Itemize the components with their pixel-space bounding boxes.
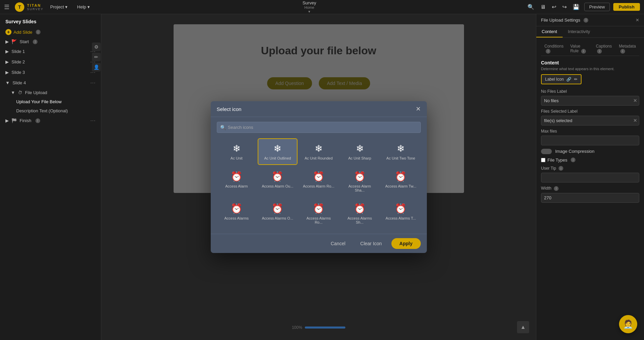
icon-symbol-ac-unit-sharp: ❄ — [356, 143, 364, 154]
dots-icon[interactable]: ⋯ — [90, 80, 96, 86]
icon-cell-access-alarms-sh[interactable]: ⏰Access Alarms Sh... — [340, 198, 380, 229]
apply-button[interactable]: Apply — [391, 238, 421, 249]
modal-close-button[interactable]: ✕ — [416, 106, 421, 112]
icon-cell-access-alarms-t[interactable]: ⏰Access Alarms T... — [381, 198, 421, 229]
tab-interactivity[interactable]: Interactivity — [563, 26, 596, 37]
add-slide-info-badge: i — [36, 30, 41, 34]
hamburger-icon[interactable]: ☰ — [4, 3, 9, 11]
files-selected-label-section: Files Selected Label ✕ — [541, 109, 639, 125]
sidebar-item-label: Finish — [20, 118, 31, 123]
icon-symbol-access-alarm-ou: ⏰ — [272, 171, 283, 182]
icon-cell-access-alarms[interactable]: ⏰Access Alarms — [217, 198, 257, 229]
icon-label-ac-unit-two-tone: Ac Unit Two Tone — [386, 156, 415, 160]
icon-cell-access-alarm-sha[interactable]: ⏰Access Alarm Sha... — [340, 166, 380, 197]
right-panel-title-text: File Upload Settings — [541, 18, 580, 23]
icon-label-ac-unit-sharp: Ac Unit Sharp — [348, 156, 371, 160]
icon-symbol-access-alarm: ⏰ — [231, 171, 242, 182]
sidebar-item-slide1[interactable]: ▶ Slide 1 ⋯ — [0, 46, 101, 57]
sidebar-item-start[interactable]: ▶ 🚩 Start i — [0, 37, 101, 46]
preview-button[interactable]: Preview — [584, 3, 610, 11]
project-menu-button[interactable]: Project ▾ — [48, 3, 70, 11]
sidebar-item-finish[interactable]: ▶ 🏁 Finish i ⋯ — [0, 115, 101, 126]
dots-icon[interactable]: ⋯ — [90, 117, 96, 124]
icon-cell-ac-unit-two-tone[interactable]: ❄Ac Unit Two Tone — [381, 138, 421, 165]
redo-button[interactable]: ↪ — [561, 2, 568, 11]
right-panel-tabs: Content Interactivity — [536, 26, 644, 38]
icon-symbol-access-alarms: ⏰ — [231, 203, 242, 214]
icon-cell-ac-unit[interactable]: ❄Ac Unit — [217, 138, 257, 165]
sidebar-item-slide3[interactable]: ▶ Slide 3 ⋯ — [0, 67, 101, 78]
no-files-input-wrap: ✕ — [541, 96, 639, 106]
sidebar-item-slide4[interactable]: ▼ Slide 4 ⋯ — [0, 78, 101, 88]
files-selected-clear-icon[interactable]: ✕ — [633, 118, 637, 123]
content-section-title: Content — [541, 60, 639, 65]
width-input[interactable] — [541, 193, 639, 203]
icon-cell-access-alarm-ou[interactable]: ⏰Access Alarm Ou... — [258, 166, 298, 197]
tab-content[interactable]: Content — [536, 26, 563, 37]
files-selected-input[interactable] — [541, 116, 639, 125]
icon-search-input[interactable] — [217, 122, 421, 133]
icon-cell-ac-unit-outlined[interactable]: ❄Ac Unit Outlined — [258, 138, 298, 165]
label-icon-section: Label Icon 🔗 ✏ — [541, 74, 639, 84]
tool-settings-button[interactable]: ⚙ — [92, 42, 101, 51]
modal-footer: Cancel Clear Icon Apply — [211, 234, 427, 253]
save-button[interactable]: 💾 — [571, 2, 581, 11]
files-selected-input-wrap: ✕ — [541, 116, 639, 125]
sidebar-item-description-text[interactable]: Description Text (Optional) — [0, 106, 101, 115]
cancel-button[interactable]: Cancel — [325, 238, 351, 249]
edit-icon: ✏ — [574, 77, 577, 82]
clear-icon-button[interactable]: Clear Icon — [355, 238, 387, 249]
no-files-input[interactable] — [541, 96, 639, 106]
sidebar-item-label: Start — [20, 39, 29, 44]
max-files-input[interactable] — [541, 136, 639, 145]
sidebar-right-tools: ⚙ ✏ 👤 — [92, 41, 101, 73]
undo-button[interactable]: ↩ — [550, 2, 558, 11]
sub-tab-value-rule[interactable]: Value Rule i — [567, 42, 593, 56]
label-icon-box[interactable]: Label Icon 🔗 ✏ — [541, 74, 582, 84]
tool-edit-button[interactable]: ✏ — [92, 53, 101, 61]
center-canvas: Upload your file below Add Question Add … — [101, 14, 536, 340]
image-compression-toggle[interactable] — [541, 149, 552, 154]
file-types-info-badge: i — [571, 158, 575, 162]
publish-button[interactable]: Publish — [613, 3, 640, 11]
sub-tab-metadata[interactable]: Metadata i — [616, 42, 639, 56]
logo-text: TITAN SURVEY — [27, 3, 44, 11]
user-tip-label-text: User Tip i — [541, 166, 639, 171]
icon-symbol-access-alarms-sh: ⏰ — [354, 203, 366, 214]
sidebar-item-upload-file-below[interactable]: Upload Your File Below — [0, 97, 101, 106]
sidebar-item-label: Slide 1 — [11, 49, 25, 54]
sub-tab-conditions[interactable]: Conditions i — [541, 42, 567, 56]
sub-tab-captions[interactable]: Captions i — [592, 42, 615, 56]
sidebar-item-slide2[interactable]: ▶ Slide 2 ⋯ — [0, 57, 101, 67]
icon-cell-access-alarms-ro[interactable]: ⏰Access Alarms Ro... — [299, 198, 339, 229]
icon-cell-access-alarm-ro[interactable]: ⏰Access Alarm Ro... — [299, 166, 339, 197]
icon-cell-access-alarm[interactable]: ⏰Access Alarm — [217, 166, 257, 197]
modal-header: Select icon ✕ — [211, 101, 427, 117]
file-types-checkbox[interactable] — [541, 158, 545, 162]
icon-cell-ac-unit-rounded[interactable]: ❄Ac Unit Rounded — [299, 138, 339, 165]
help-menu-button[interactable]: Help ▾ — [74, 3, 93, 11]
icon-label-ac-unit-outlined: Ac Unit Outlined — [264, 156, 291, 160]
add-slide-button[interactable]: + Add Slide i — [0, 27, 101, 37]
icon-label-access-alarm-sha: Access Alarm Sha... — [343, 184, 376, 192]
assistant-avatar[interactable]: 🧑‍💼 — [619, 315, 637, 333]
add-slide-plus-icon: + — [5, 29, 11, 35]
icon-search-wrap: 🔍 — [217, 122, 421, 133]
icon-label-access-alarm-ou: Access Alarm Ou... — [262, 184, 293, 188]
icon-cell-access-alarm-tw[interactable]: ⏰Access Alarm Tw... — [381, 166, 421, 197]
icon-cell-ac-unit-sharp[interactable]: ❄Ac Unit Sharp — [340, 138, 380, 165]
no-files-clear-icon[interactable]: ✕ — [633, 98, 637, 103]
right-panel-header: File Upload Settings i ✕ — [536, 14, 644, 26]
close-panel-icon[interactable]: ✕ — [636, 18, 639, 23]
expand-icon: ▶ — [5, 59, 9, 64]
search-button[interactable]: 🔍 — [526, 2, 536, 11]
icon-cell-access-alarms-o[interactable]: ⏰Access Alarms O... — [258, 198, 298, 229]
sidebar-item-file-upload[interactable]: ▼ ⏱ File Upload — [0, 88, 101, 97]
modal-title: Select icon — [217, 106, 241, 112]
tool-person-button[interactable]: 👤 — [92, 63, 101, 72]
link-icon: 🔗 — [566, 77, 571, 82]
survey-title[interactable]: Survey Home ▾ — [303, 0, 316, 14]
user-tip-input[interactable] — [541, 173, 639, 182]
monitor-button[interactable]: 🖥 — [539, 3, 547, 11]
file-types-row: File Types i — [541, 158, 639, 163]
